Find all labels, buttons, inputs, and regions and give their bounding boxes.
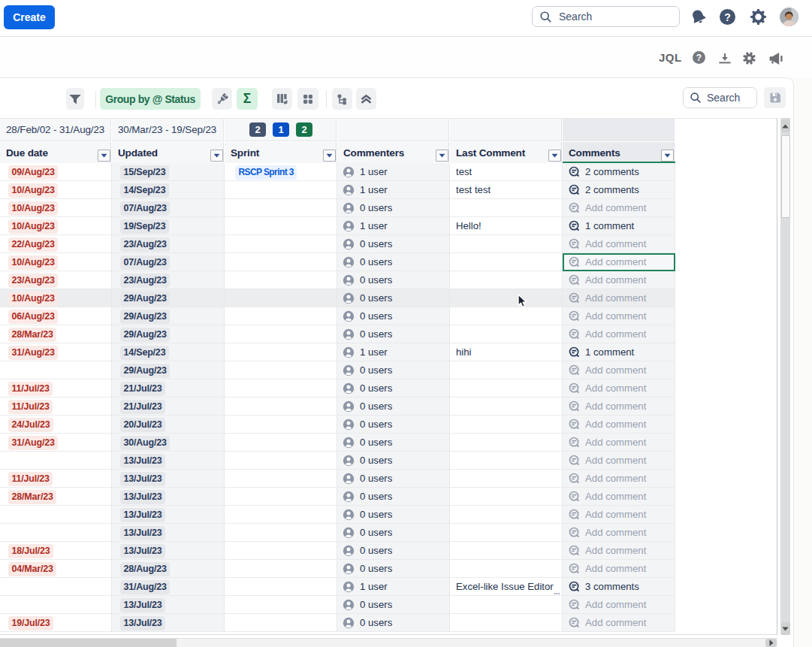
- svg-text:?: ?: [696, 53, 702, 63]
- svg-text:?: ?: [724, 11, 731, 23]
